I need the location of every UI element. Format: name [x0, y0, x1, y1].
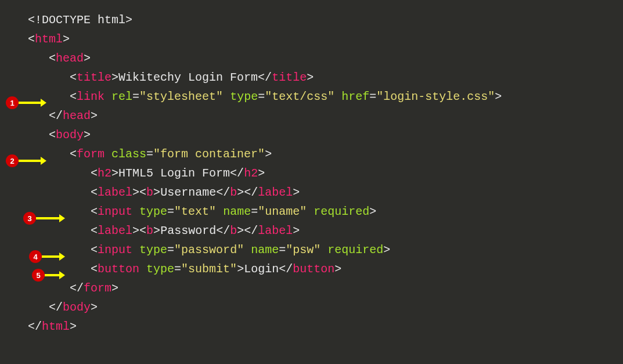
button-text: Login [244, 262, 279, 276]
marker-circle-2: 2 [6, 154, 19, 167]
tag: html [35, 33, 63, 46]
string: "submit" [181, 262, 237, 276]
tag: b [230, 224, 237, 237]
label-text: Password [160, 224, 216, 237]
code-line: <label><b>Password</b></label> [28, 221, 623, 240]
marker-circle-3: 3 [23, 212, 36, 225]
punct: < [70, 71, 77, 84]
punct: > [293, 224, 300, 237]
marker-circle-5: 5 [32, 269, 45, 282]
arrow-line [36, 217, 59, 219]
attr: required [327, 243, 383, 257]
space [244, 243, 251, 257]
space [132, 205, 139, 218]
attr: href [341, 90, 369, 103]
punct: > [307, 71, 314, 84]
tag: h2 [244, 167, 258, 180]
punct: > [111, 71, 118, 84]
attr: required [314, 205, 369, 218]
attr: rel [111, 90, 132, 103]
code-line: </head> [28, 106, 623, 125]
tag: input [98, 243, 132, 257]
space [105, 90, 111, 103]
space [307, 205, 314, 218]
punct: < [139, 186, 146, 199]
punct: = [279, 243, 286, 257]
code-line: </body> [28, 298, 623, 317]
tag: button [293, 262, 334, 276]
punct: = [167, 205, 174, 218]
punct: > [369, 205, 376, 218]
annotation-marker-3: 3 [23, 212, 65, 225]
punct: > [153, 224, 160, 237]
arrow-head-icon [41, 99, 46, 107]
punct: > [84, 128, 91, 142]
tag: button [98, 262, 139, 276]
tag: label [258, 186, 293, 199]
punct: > [237, 262, 244, 276]
tag: head [56, 52, 84, 65]
string: "login-style.css" [376, 90, 495, 103]
punct: </ [70, 282, 84, 295]
arrow-line [45, 274, 59, 276]
code-line: <head> [28, 49, 623, 68]
punct: < [91, 224, 98, 237]
space [223, 90, 230, 103]
attr: type [146, 262, 174, 276]
annotation-marker-5: 5 [32, 269, 65, 282]
tag: title [77, 71, 111, 84]
string: "password" [174, 243, 244, 257]
punct: < [91, 205, 98, 218]
punct: </ [216, 224, 230, 237]
punct: </ [258, 71, 272, 84]
tag: b [230, 186, 237, 199]
string: "uname" [258, 205, 307, 218]
code-line: </form> [28, 279, 623, 298]
punct: </ [279, 262, 293, 276]
attr: type [230, 90, 258, 103]
code-line: <input type="text" name="uname" required… [28, 202, 623, 221]
title-text: Wikitechy Login Form [118, 71, 258, 84]
punct: > [293, 186, 300, 199]
tag: html [42, 320, 70, 333]
punct: < [91, 186, 98, 199]
punct: > [91, 301, 98, 314]
code-line: <button type="submit">Login</button> [28, 260, 623, 279]
punct: > [132, 224, 139, 237]
punct: > [132, 186, 139, 199]
arrow-head-icon [59, 214, 65, 222]
string: "text" [174, 205, 216, 218]
attr: name [223, 205, 251, 218]
code-line: <input type="password" name="psw" requir… [28, 240, 623, 260]
punct: </ [49, 109, 63, 122]
punct: </ [244, 186, 258, 199]
punct: > [63, 33, 70, 46]
attr: class [111, 147, 146, 161]
space [132, 243, 139, 257]
marker-circle-1: 1 [6, 96, 19, 109]
tag: link [77, 90, 105, 103]
punct: < [49, 128, 56, 142]
code-editor: 1 2 3 4 5 <!DOCTYPE html> <html> <head> … [0, 0, 623, 336]
tag: form [84, 282, 111, 295]
punct: < [91, 167, 98, 180]
punct: > [70, 320, 77, 333]
punct: > [237, 224, 244, 237]
label-text: Username [160, 186, 216, 199]
punct: = [174, 262, 181, 276]
attr: type [139, 243, 167, 257]
punct: < [70, 90, 77, 103]
marker-circle-4: 4 [29, 250, 42, 263]
punct: > [111, 282, 118, 295]
tag: head [63, 109, 91, 122]
code-line: <title>Wikitechy Login Form</title> [28, 68, 623, 87]
punct: = [369, 90, 376, 103]
punct: = [258, 90, 265, 103]
space [139, 262, 146, 276]
tag: label [258, 224, 293, 237]
h2-text: HTML5 Login Form [118, 167, 230, 180]
punct: > [495, 90, 502, 103]
punct: <! [28, 13, 42, 27]
arrow-head-icon [41, 157, 46, 165]
arrow-line [42, 255, 59, 258]
